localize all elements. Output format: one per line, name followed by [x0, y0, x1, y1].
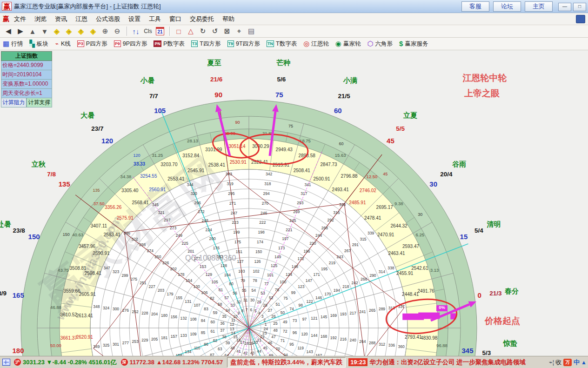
board-icon[interactable]: ▤ [246, 26, 257, 36]
delete-box-icon[interactable]: ⊠ [221, 26, 233, 36]
svg-text:155: 155 [176, 295, 182, 300]
menu-item-帮助[interactable]: 帮助 [222, 15, 234, 22]
svg-text:269: 269 [293, 209, 300, 214]
winner-wheel-button[interactable]: ◉赢家轮 [335, 40, 361, 48]
mdi-window-icon[interactable] [576, 15, 585, 23]
svg-text:2500.91: 2500.91 [314, 176, 331, 181]
t-table-button[interactable]: TNT数字表 [267, 40, 297, 48]
svg-text:处暑: 处暑 [0, 220, 11, 228]
news-ticker[interactable]: 盘前走低，特斯拉跌3.44%，蔚来汽车跌 [227, 357, 346, 368]
svg-text:221: 221 [286, 227, 292, 232]
p9-square-button[interactable]: P99P四方形 [114, 40, 147, 48]
news-headline[interactable]: 华力创通：出资2亿设立子公司 进一步聚焦集成电路领域 [369, 358, 525, 367]
service-button-icon: $ [399, 41, 403, 47]
input-method-icon[interactable]: 万 [563, 359, 572, 366]
svg-text:344: 344 [187, 182, 193, 187]
sz-index-quote[interactable]: 11772.38 ▲142.68 1.23% 7704.57 [130, 359, 223, 366]
svg-text:2542.61: 2542.61 [411, 266, 428, 271]
svg-text:81: 81 [219, 288, 223, 292]
svg-text:2560.91: 2560.91 [149, 187, 166, 192]
service-button[interactable]: $赢家服务 [399, 40, 428, 48]
kline-button[interactable]: ⌁K线 [55, 40, 71, 48]
updown-arrows-icon[interactable]: ↑↓ [130, 26, 141, 36]
calc-support-button[interactable]: 计算支撑 [27, 98, 52, 107]
svg-text:79: 79 [241, 278, 245, 283]
menu-item-浏览[interactable]: 浏览 [34, 15, 47, 22]
svg-text:30: 30 [418, 212, 422, 217]
svg-text:156: 156 [171, 314, 177, 319]
svg-text:2949.43: 2949.43 [276, 147, 293, 152]
svg-text:133: 133 [180, 333, 187, 338]
triangle-tool-icon[interactable]: △ [185, 26, 196, 36]
input-mode-label[interactable]: 中 [574, 358, 580, 367]
titlebar-button-2[interactable]: 主页 [525, 1, 553, 12]
svg-text:223: 223 [232, 220, 239, 225]
svg-text:343: 343 [226, 172, 232, 176]
p-square-button[interactable]: P3P四方形 [77, 40, 107, 48]
pan-right-icon[interactable]: ◆→ [63, 26, 74, 36]
svg-text:83: 83 [204, 307, 208, 311]
svg-text:2448.41: 2448.41 [402, 292, 419, 297]
calendar-icon[interactable]: 21 [154, 26, 166, 36]
sz-market-icon: 深 [121, 359, 128, 366]
minimize-button[interactable]: — [558, 3, 571, 11]
nav-up-icon[interactable]: ▲ [27, 26, 38, 36]
sh-index-quote[interactable]: 3031.23 ▼-8.44 -0.28% 4516.01亿 [23, 358, 117, 367]
pan-down-icon[interactable]: ◆↓ [87, 26, 99, 36]
hexagon-button[interactable]: ⬡六角形 [367, 40, 393, 48]
svg-text:124: 124 [286, 272, 292, 277]
gann-wheel-button[interactable]: ◎江恩轮 [303, 40, 329, 48]
svg-text:2: 2 [263, 318, 266, 322]
quote-grid-icon[interactable] [2, 359, 10, 366]
crosshair-icon[interactable]: ⌖ [234, 26, 245, 36]
rotate-cw-icon[interactable]: ↻ [197, 26, 208, 36]
pan-up-icon[interactable]: ◆↑ [75, 26, 87, 36]
svg-text:34: 34 [226, 308, 230, 313]
svg-text:312: 312 [379, 342, 385, 347]
svg-text:3661.37: 3661.37 [60, 335, 78, 341]
svg-text:38: 38 [222, 335, 227, 339]
nav-forward-icon[interactable]: ▶ [15, 26, 26, 36]
t9-square-button[interactable]: T99T四方形 [227, 40, 261, 48]
rotate-ccw-icon[interactable]: ↺ [209, 26, 220, 36]
svg-text:135: 135 [93, 188, 100, 193]
svg-text:小满: 小满 [343, 76, 357, 84]
quotes-button[interactable]: ▦行情 [3, 40, 23, 48]
t-square-button[interactable]: T3T四方形 [191, 40, 221, 48]
svg-text:8: 8 [241, 308, 244, 313]
svg-text:315: 315 [360, 237, 366, 241]
pan-left-icon[interactable]: ◆← [51, 26, 62, 36]
blocks-button[interactable]: ▚板块 [29, 40, 48, 48]
titlebar-button-1[interactable]: 论坛 [493, 1, 521, 12]
svg-text:321: 321 [158, 210, 165, 215]
nav-down-icon[interactable]: ▼ [39, 26, 50, 36]
svg-text:340: 340 [339, 202, 346, 207]
menu-item-设置[interactable]: 设置 [128, 15, 140, 22]
menu-item-文件[interactable]: 文件 [14, 15, 26, 22]
p-table-button[interactable]: PNP数字表 [154, 40, 184, 48]
nav-back-icon[interactable]: ◀ [3, 26, 14, 36]
calc-resistance-button[interactable]: 计算阻力 [1, 98, 27, 107]
svg-text:大暑: 大暑 [80, 111, 94, 119]
svg-text:181: 181 [161, 335, 167, 340]
square-tool-icon[interactable]: □ [173, 26, 184, 36]
zoom-in-icon[interactable]: ⊕ [100, 26, 111, 36]
menu-item-公式选股[interactable]: 公式选股 [96, 15, 120, 22]
menu-item-江恩[interactable]: 江恩 [75, 15, 87, 22]
maximize-button[interactable]: □ [573, 3, 586, 11]
zoom-out-icon[interactable]: ⊖ [112, 26, 123, 36]
svg-text:150: 150 [63, 232, 70, 237]
svg-text:0: 0 [478, 291, 481, 299]
blocks-button-icon: ▚ [29, 41, 35, 47]
menu-item-资讯[interactable]: 资讯 [55, 15, 67, 22]
svg-text:23/8: 23/8 [13, 227, 26, 234]
svg-text:98: 98 [299, 303, 303, 308]
menu-item-窗口[interactable]: 窗口 [169, 15, 181, 22]
titlebar-button-0[interactable]: 客服 [461, 1, 489, 12]
svg-text:55: 55 [242, 288, 247, 293]
menu-item-工具[interactable]: 工具 [149, 15, 161, 22]
menu-item-交易委托[interactable]: 交易委托 [190, 15, 214, 22]
svg-text:5/5: 5/5 [396, 125, 405, 132]
gann-wheel-chart[interactable]: 赢家财富网www.yingjia360.comQQ:10080036012345… [0, 50, 588, 356]
cls-button[interactable]: Cls [142, 26, 154, 36]
